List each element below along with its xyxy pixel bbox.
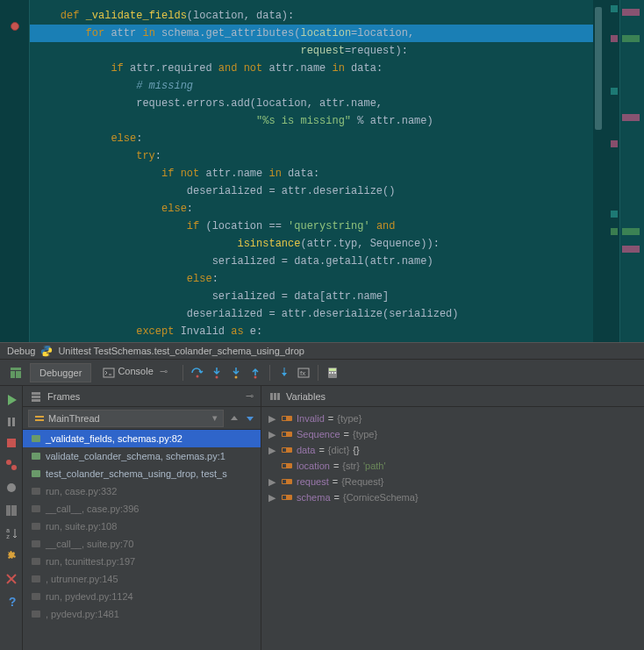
code-line[interactable]: serialized = data[attr.name] (30, 288, 604, 305)
code-line[interactable]: def _validate_fields(location, data): (30, 7, 604, 25)
settings-icon[interactable] (4, 549, 18, 563)
svg-rect-49 (283, 464, 286, 468)
code-line[interactable]: if not attr.name in data: (30, 165, 604, 182)
expand-arrow-icon[interactable] (268, 461, 277, 471)
variable-item[interactable]: location = {str} 'path' (261, 458, 644, 474)
step-out-icon[interactable] (247, 361, 264, 384)
tab-console[interactable]: Console ⊸ (93, 361, 176, 382)
expand-arrow-icon[interactable]: ▶ (268, 492, 277, 504)
code-line[interactable]: except Invalid as e: (30, 323, 604, 340)
vertical-scrollbar[interactable] (593, 0, 604, 342)
pause-icon[interactable] (5, 416, 18, 428)
frame-item[interactable]: run, suite.py:108 (23, 518, 261, 535)
variable-name: location (297, 461, 330, 471)
code-line[interactable]: deserialized = attr.deserialize() (30, 182, 604, 200)
marker-icon (611, 211, 618, 218)
svg-point-2 (215, 375, 218, 378)
expand-arrow-icon[interactable]: ▶ (268, 429, 277, 440)
calculator-icon[interactable] (324, 361, 341, 384)
frame-icon (30, 432, 42, 445)
frame-item[interactable]: run, case.py:332 (23, 482, 261, 500)
variable-type: {CorniceSchema} (343, 492, 419, 503)
thread-icon (34, 413, 45, 424)
frame-item[interactable]: _validate_fields, schemas.py:82 (23, 430, 261, 447)
code-line[interactable]: serialized = data.getall(attr.name) (30, 253, 604, 270)
thread-selector-row: MainThread ▾ (23, 407, 261, 430)
variable-item[interactable]: ▶schema = {CorniceSchema} (261, 489, 644, 505)
frame-item[interactable]: run, pydevd.py:1124 (23, 588, 261, 605)
debug-toolbar: Debugger Console ⊸ fx (0, 360, 644, 386)
frame-item[interactable]: test_colander_schema_using_drop, test_s (23, 465, 261, 482)
code-line[interactable]: request.errors.add(location, attr.name, (30, 95, 604, 112)
expand-arrow-icon[interactable]: ▶ (268, 445, 277, 456)
thread-dropdown[interactable]: MainThread ▾ (28, 410, 224, 427)
resume-icon[interactable] (4, 393, 18, 407)
stop-icon[interactable] (5, 437, 18, 449)
sort-az-icon[interactable]: az (4, 526, 18, 540)
svg-rect-51 (283, 480, 286, 483)
code-line[interactable]: if attr.required and not attr.name in da… (30, 60, 604, 77)
debug-left-toolbar: az ? (0, 386, 23, 650)
nav-down-icon[interactable] (245, 413, 255, 424)
step-over-icon[interactable] (189, 361, 206, 384)
console-icon (103, 367, 115, 379)
step-into-my-code-icon[interactable] (227, 361, 245, 384)
expand-arrow-icon[interactable]: ▶ (268, 476, 277, 488)
code-line[interactable]: isinstance(attr.typ, Sequence)): (30, 235, 604, 253)
editor-gutter[interactable] (0, 0, 30, 342)
expand-arrow-icon[interactable]: ▶ (268, 413, 277, 425)
variable-item[interactable]: ▶request = {Request} (261, 474, 644, 489)
code-line[interactable]: else: (30, 270, 604, 288)
code-line[interactable]: else: (30, 130, 604, 147)
svg-point-17 (7, 483, 16, 492)
run-to-cursor-icon[interactable] (275, 361, 293, 384)
code-line[interactable]: request=request): (30, 42, 604, 60)
frame-item[interactable]: run, tcunittest.py:197 (23, 553, 261, 570)
marker-icon (622, 114, 640, 121)
code-line[interactable]: else: (30, 200, 604, 218)
code-line[interactable]: for attr in schema.get_attributes(locati… (30, 25, 604, 42)
pin-indicator: ⊸ (246, 390, 254, 402)
view-breakpoints-icon[interactable] (4, 458, 18, 472)
svg-rect-19 (11, 505, 17, 516)
close-icon[interactable] (4, 572, 18, 586)
help-icon[interactable]: ? (4, 595, 18, 609)
frame-label: run, pydevd.py:1124 (46, 591, 133, 602)
frames-panel: Frames ⊸ MainThread ▾ _validate_fields, … (23, 386, 261, 650)
variable-name: schema (297, 492, 331, 503)
svg-rect-37 (32, 593, 40, 600)
code-editor[interactable]: def _validate_fields(location, data): fo… (30, 0, 604, 342)
step-into-icon[interactable] (208, 361, 225, 384)
frame-list[interactable]: _validate_fields, schemas.py:82validate_… (23, 430, 261, 650)
evaluate-expression-icon[interactable]: fx (295, 361, 312, 384)
frame-item[interactable]: __call__, suite.py:70 (23, 535, 261, 553)
frame-item[interactable]: validate_colander_schema, schemas.py:1 (23, 447, 261, 465)
frame-item[interactable]: __call__, case.py:396 (23, 500, 261, 518)
variable-name: data (297, 445, 315, 455)
svg-rect-30 (32, 470, 40, 477)
code-line[interactable]: # the struct is invalid (30, 340, 604, 342)
code-line[interactable]: deserialized = attr.deserialize(serializ… (30, 305, 604, 323)
mute-breakpoints-icon[interactable] (4, 481, 18, 495)
marker-icon (622, 246, 640, 253)
svg-rect-28 (32, 435, 40, 442)
variable-item[interactable]: ▶data = {dict} {} (261, 442, 644, 458)
breakpoint-icon[interactable] (11, 22, 19, 31)
variable-item[interactable]: ▶Sequence = {type} (261, 426, 644, 442)
frame-item[interactable]: , pydevd.py:1481 (23, 605, 261, 623)
marker-icon (611, 5, 618, 12)
frames-icon (30, 390, 42, 403)
tab-debugger[interactable]: Debugger (30, 363, 91, 382)
frame-item[interactable]: , utrunner.py:145 (23, 570, 261, 588)
variables-list[interactable]: ▶Invalid = {type} ▶Sequence = {type} ▶da… (261, 407, 644, 650)
code-line[interactable]: if (location == 'querystring' and (30, 218, 604, 235)
frame-icon (30, 468, 42, 480)
code-line[interactable]: # missing (30, 77, 604, 95)
variable-item[interactable]: ▶Invalid = {type} (261, 411, 644, 426)
restore-layout-icon[interactable] (9, 366, 23, 380)
nav-up-icon[interactable] (229, 413, 240, 424)
code-line[interactable]: try: (30, 147, 604, 165)
layout-icon[interactable] (4, 504, 18, 518)
code-line[interactable]: "%s is missing" % attr.name) (30, 112, 604, 130)
scrollbar-thumb[interactable] (595, 7, 602, 130)
